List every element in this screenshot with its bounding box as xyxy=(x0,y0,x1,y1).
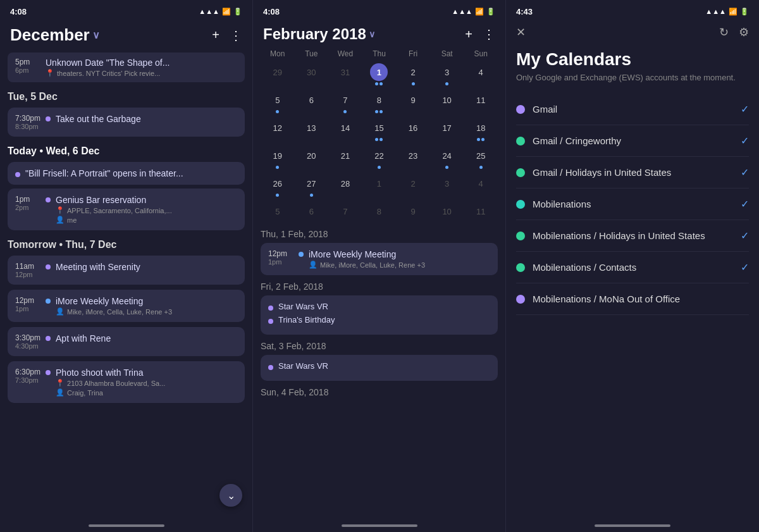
cal-day-cell[interactable]: 4 xyxy=(464,62,498,89)
cal-day-cell[interactable]: 1 xyxy=(362,62,397,89)
list-content[interactable]: 5pm 6pm Unknown Date "The Shape of... 📍 … xyxy=(0,53,252,519)
more-options-button-2[interactable]: ⋮ xyxy=(483,27,495,42)
cal-day-cell[interactable]: 6 xyxy=(295,201,329,223)
cal-day-dots xyxy=(375,138,383,142)
cal-day-number: 22 xyxy=(370,147,388,164)
cal-day-cell[interactable]: 17 xyxy=(430,118,464,144)
calendar-list[interactable]: Gmail✓Gmail / Cringeworthy✓Gmail / Holid… xyxy=(506,94,759,519)
cal-day-cell[interactable]: 2 xyxy=(396,173,430,200)
cal-day-dots xyxy=(343,110,347,114)
cal-day-number: 21 xyxy=(336,147,354,164)
event-detail-photo-loc: 📍 2103 Alhambra Boulevard, Sa... xyxy=(56,379,165,387)
cal-day-cell[interactable]: 9 xyxy=(396,201,430,223)
event-time-garbage: 7:30pm 8:30pm xyxy=(15,114,40,130)
cal-day-cell[interactable]: 24 xyxy=(430,145,464,172)
cal-event-dot xyxy=(445,166,448,169)
prev-event-card[interactable]: 5pm 6pm Unknown Date "The Shape of... 📍 … xyxy=(8,53,245,82)
event-bill-frisell[interactable]: "Bill Frisell: A Portrait" opens in thea… xyxy=(8,162,245,185)
calendar-color-dot xyxy=(516,200,525,209)
cal-day-cell[interactable]: 12 xyxy=(261,118,295,144)
feb-title[interactable]: February 2018 ∨ xyxy=(263,25,375,43)
cal-day-cell[interactable]: 23 xyxy=(396,145,430,172)
cal-day-cell[interactable]: 31 xyxy=(328,62,362,89)
calendar-list-item[interactable]: Mobilenations / MoNa Out of Office xyxy=(516,283,749,315)
status-bar-1: 4:08 ▲▲▲ 📶 🔋 xyxy=(0,0,252,20)
feb-chevron-icon[interactable]: ∨ xyxy=(369,29,375,39)
p2-star-wars-fri[interactable]: Star Wars VR xyxy=(268,302,490,311)
cal-day-number: 5 xyxy=(269,91,287,109)
cal-day-cell[interactable]: 4 xyxy=(464,173,498,200)
cal-day-cell[interactable]: 22 xyxy=(362,145,397,172)
more-options-button[interactable]: ⋮ xyxy=(230,28,242,43)
event-genius-bar[interactable]: 1pm 2pm Genius Bar reservation 📍 APPLE, … xyxy=(8,189,245,230)
cal-day-cell[interactable]: 16 xyxy=(396,118,430,144)
add-event-button-2[interactable]: + xyxy=(465,27,472,42)
calendar-list-item[interactable]: Mobilenations✓ xyxy=(516,189,749,220)
cal-day-cell[interactable]: 14 xyxy=(328,118,362,144)
settings-button[interactable]: ⚙ xyxy=(739,25,749,39)
cal-day-cell[interactable]: 15 xyxy=(362,118,397,144)
calendar-list-item[interactable]: Mobilenations / Contacts✓ xyxy=(516,252,749,283)
add-event-button[interactable]: + xyxy=(212,28,219,42)
cal-day-cell[interactable]: 11 xyxy=(464,90,498,116)
cal-day-cell[interactable]: 10 xyxy=(430,201,464,223)
cal-day-cell[interactable]: 1 xyxy=(362,173,397,200)
cal-day-cell[interactable]: 3 xyxy=(430,62,464,89)
cal-day-cell[interactable]: 25 xyxy=(464,145,498,172)
cal-day-cell[interactable]: 27 xyxy=(295,173,329,200)
scroll-down-button[interactable]: ⌄ xyxy=(219,484,242,507)
p2-event-imore[interactable]: 12pm 1pm iMore Weekly Meeting 👤 Mike, iM… xyxy=(261,243,498,275)
event-photo-trina[interactable]: 6:30pm 7:30pm Photo shoot with Trina 📍 2… xyxy=(8,361,245,403)
event-dot-imore xyxy=(46,299,51,304)
weekday-thu: Thu xyxy=(362,48,397,59)
cal-day-cell[interactable]: 5 xyxy=(261,90,295,116)
cal-day-cell[interactable]: 9 xyxy=(396,90,430,116)
cal-day-cell[interactable]: 11 xyxy=(464,201,498,223)
close-button[interactable]: ✕ xyxy=(516,25,526,39)
cal-day-cell[interactable]: 21 xyxy=(328,145,362,172)
cal-day-cell[interactable]: 30 xyxy=(295,62,329,89)
event-serenity[interactable]: 11am 12pm Meeting with Serenity xyxy=(8,256,245,285)
time-3: 4:43 xyxy=(516,7,533,16)
cal-day-cell[interactable]: 26 xyxy=(261,173,295,200)
cal-day-cell[interactable]: 6 xyxy=(295,90,329,116)
cal-day-cell[interactable]: 5 xyxy=(261,201,295,223)
event-imore-weekly[interactable]: 12pm 1pm iMore Weekly Meeting 👤 Mike, iM… xyxy=(8,290,245,322)
status-icons-1: ▲▲▲ 📶 🔋 xyxy=(199,8,242,16)
event-apt-rene[interactable]: 3:30pm 4:30pm Apt with Rene xyxy=(8,327,245,356)
calendar-item-name: Mobilenations xyxy=(533,197,733,211)
cal-day-cell[interactable]: 2 xyxy=(396,62,430,89)
calendar-list-item[interactable]: Mobilenations / Holidays in United State… xyxy=(516,220,749,252)
calendar-list-item[interactable]: Gmail / Cringeworthy✓ xyxy=(516,125,749,157)
time-2: 4:08 xyxy=(263,7,280,16)
p2-sat-starwars[interactable]: Star Wars VR xyxy=(261,355,498,381)
cal-day-number: 17 xyxy=(438,119,456,137)
panel2-event-list[interactable]: Thu, 1 Feb, 2018 12pm 1pm iMore Weekly M… xyxy=(253,223,505,519)
calendar-list-item[interactable]: Gmail✓ xyxy=(516,94,749,125)
cal-day-cell[interactable]: 3 xyxy=(430,173,464,200)
cal-day-cell[interactable]: 7 xyxy=(328,90,362,116)
cal-day-cell[interactable]: 19 xyxy=(261,145,295,172)
cal-day-number: 6 xyxy=(302,91,320,109)
cal-day-cell[interactable]: 8 xyxy=(362,90,397,116)
cal-day-cell[interactable]: 7 xyxy=(328,201,362,223)
cal-day-cell[interactable]: 18 xyxy=(464,118,498,144)
month-title[interactable]: December ∨ xyxy=(10,25,100,45)
refresh-button[interactable]: ↻ xyxy=(719,25,729,39)
p2-day-sat: Sat, 3 Feb, 2018 xyxy=(261,341,498,351)
event-take-garbage[interactable]: 7:30pm 8:30pm Take out the Garbage xyxy=(8,108,245,137)
month-chevron-icon[interactable]: ∨ xyxy=(92,29,100,41)
cal-event-dot xyxy=(379,110,383,113)
cal-day-cell[interactable]: 20 xyxy=(295,145,329,172)
calendar-days[interactable]: 2930311234567891011121314151617181920212… xyxy=(261,62,498,223)
cal-day-cell[interactable]: 8 xyxy=(362,201,397,223)
cal-day-cell[interactable]: 28 xyxy=(328,173,362,200)
cal-day-cell[interactable]: 29 xyxy=(261,62,295,89)
calendar-item-name: Gmail xyxy=(533,102,733,116)
p2-fri-events[interactable]: Star Wars VR Trina's Birthday xyxy=(261,295,498,335)
p2-trina-birthday[interactable]: Trina's Birthday xyxy=(268,315,490,325)
cal-day-cell[interactable]: 13 xyxy=(295,118,329,144)
cal-day-cell[interactable]: 10 xyxy=(430,90,464,116)
calendar-list-item[interactable]: Gmail / Holidays in United States✓ xyxy=(516,157,749,189)
p2-starwars-sat[interactable]: Star Wars VR xyxy=(268,361,490,371)
